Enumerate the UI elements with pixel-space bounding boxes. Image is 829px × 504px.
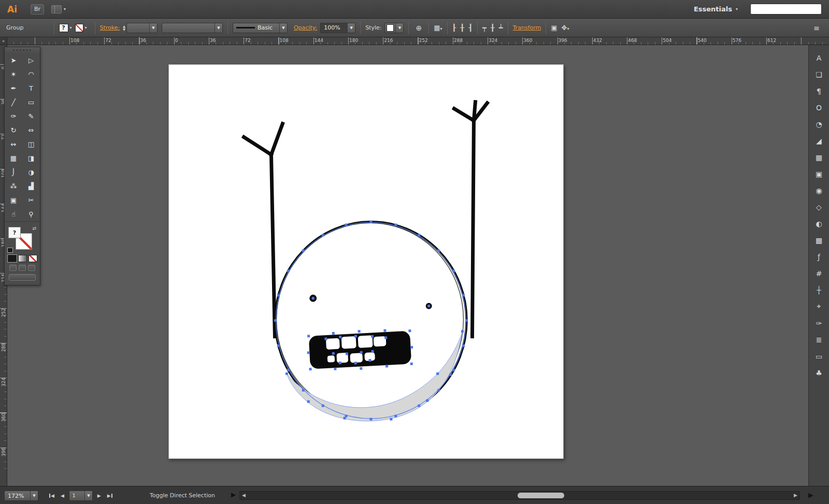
scroll-left-arrow-icon[interactable]: ◀ [242, 493, 246, 498]
panel-character-icon[interactable]: A [812, 51, 826, 64]
horizontal-ruler[interactable]: 1087236036721081441802162522883243603964… [0, 37, 829, 45]
panel-grip[interactable]: •••••• [5, 47, 40, 53]
gradient-mode-button[interactable] [18, 255, 27, 262]
hand-tool-icon[interactable]: ☝ [5, 207, 22, 221]
document-setup-globe-icon[interactable]: ⊕ [413, 24, 424, 32]
symbol-sprayer-tool-icon[interactable]: ⁂ [5, 179, 22, 193]
scale-tool-icon[interactable]: ⇔ [22, 123, 40, 137]
width-tool-icon[interactable]: ↭ [5, 137, 22, 151]
panel-stroke-icon[interactable]: O [812, 101, 826, 114]
horizontal-scrollbar[interactable]: ◀ ▶ [239, 491, 800, 500]
distribute-bottom-icon[interactable]: ┷ [499, 24, 503, 32]
last-artboard-button[interactable]: ▶ [106, 492, 114, 500]
dock-expand-arrow-icon[interactable]: ▶ [808, 491, 813, 499]
magic-wand-tool-icon[interactable]: ✶ [5, 67, 22, 81]
panel-gradient-icon[interactable]: ◢ [812, 134, 826, 147]
default-fill-stroke-icon[interactable] [7, 248, 13, 253]
draw-normal-button[interactable] [9, 265, 17, 271]
workspace-switcher[interactable]: Essentials ▾ [694, 5, 738, 13]
line-segment-tool-icon[interactable]: ╱ [5, 95, 22, 109]
stroke-weight-combo[interactable]: ▼ [126, 23, 158, 33]
artboard-number-combo[interactable]: 1 ▼ [69, 491, 93, 501]
panel-pathfinder-icon[interactable]: ┼ [812, 283, 826, 296]
draw-inside-button[interactable] [28, 265, 35, 271]
distribute-center-icon[interactable]: ╂ [491, 24, 495, 32]
ruler-origin-corner[interactable]: « [0, 37, 7, 45]
distribute-top-icon[interactable]: ┯ [482, 24, 487, 32]
zoom-tool-icon[interactable]: ⚲ [22, 207, 40, 221]
blend-tool-icon[interactable]: ◑ [22, 165, 40, 179]
panel-navigator-icon[interactable]: ⌖ [812, 300, 826, 313]
arrange-documents-button[interactable]: ▾ [51, 5, 66, 13]
pencil-tool-icon[interactable]: ✎ [22, 109, 40, 123]
brush-definition-combo[interactable]: ▼ [162, 23, 223, 33]
status-popup-arrow-icon[interactable]: ▶ [231, 491, 236, 498]
selection-tool-icon[interactable]: ➤ [5, 53, 22, 67]
panel-menu-icon[interactable]: ≣ [812, 333, 826, 346]
gradient-tool-icon[interactable]: ◨ [22, 151, 40, 165]
style-swatch-combo[interactable]: ▼ [384, 23, 404, 33]
canvas-area[interactable] [7, 45, 808, 486]
panel-paragraph-icon[interactable]: ¶ [812, 84, 826, 97]
panel-type-icon[interactable]: ƒ [812, 250, 826, 263]
panel-brushes-icon[interactable]: ✑ [812, 316, 826, 329]
search-input[interactable] [750, 4, 822, 15]
panel-kuler-icon[interactable]: ♣ [812, 366, 826, 379]
align-center-icon[interactable]: ╂ [460, 24, 464, 32]
pattern-options-icon[interactable]: ▦▾ [434, 24, 442, 32]
column-graph-tool-icon[interactable]: ▟ [22, 179, 40, 193]
tools-bottom-section: ? ⇄ [5, 221, 40, 285]
panel-align-icon[interactable]: # [812, 267, 826, 280]
control-panel-menu-icon[interactable]: ≡ [811, 24, 822, 32]
screen-mode-button[interactable] [9, 274, 36, 281]
stroke-panel-link[interactable]: Stroke: [100, 24, 120, 31]
opacity-combo[interactable]: 100% ▼ [320, 23, 355, 33]
rotate-tool-icon[interactable]: ↻ [5, 123, 22, 137]
swap-fill-stroke-icon[interactable]: ⇄ [32, 226, 36, 231]
artboard-tool-icon[interactable]: ▣ [5, 193, 22, 207]
type-tool-icon[interactable]: T [22, 81, 40, 95]
fill-indicator-swatch[interactable]: ? [59, 24, 68, 32]
opacity-panel-link[interactable]: Opacity: [294, 24, 317, 31]
mesh-tool-icon[interactable]: ▦ [5, 151, 22, 165]
fill-swatch[interactable]: ? [8, 227, 21, 238]
bounding-box-icon[interactable]: ▣ [551, 24, 557, 32]
rectangle-tool-icon[interactable]: ▭ [22, 95, 40, 109]
panel-graphic-styles-icon[interactable]: ▩ [812, 234, 826, 247]
panel-rectangle-icon[interactable]: ▭ [812, 350, 826, 363]
align-right-icon[interactable]: ┨ [468, 24, 473, 32]
slice-tool-icon[interactable]: ✂ [22, 193, 40, 207]
first-artboard-button[interactable]: ◀ [48, 492, 56, 500]
paintbrush-tool-icon[interactable]: ✑ [5, 109, 22, 123]
direct-selection-tool-icon[interactable]: ▷ [22, 53, 40, 67]
lasso-tool-icon[interactable]: ◠ [22, 67, 40, 81]
zoom-level-combo[interactable]: 172% ▼ [4, 491, 38, 501]
pen-tool-icon[interactable]: ✒ [5, 81, 22, 95]
shape-builder-tool-icon[interactable]: ◫ [22, 137, 40, 151]
panel-symbols-icon[interactable]: ◉ [812, 184, 826, 197]
scrollbar-thumb[interactable] [518, 493, 564, 498]
isolate-selection-icon[interactable]: ✥▾ [562, 24, 569, 32]
ruler-label: 504 [663, 38, 697, 43]
draw-behind-button[interactable] [19, 265, 26, 271]
artwork-canvas[interactable] [169, 65, 563, 458]
eyedropper-tool-icon[interactable]: ⌡ [5, 165, 22, 179]
panel-layers-icon[interactable]: ❏ [812, 68, 826, 81]
none-mode-button[interactable] [28, 255, 37, 262]
bridge-button[interactable]: Br [31, 4, 44, 15]
artboard[interactable] [168, 64, 564, 459]
panel-color-icon[interactable]: ◔ [812, 118, 826, 131]
panel-artboards-icon[interactable]: ▣ [812, 167, 826, 180]
align-left-icon[interactable]: ┠ [452, 24, 456, 32]
panel-transform-icon[interactable]: ◇ [812, 200, 826, 213]
stroke-weight-stepper[interactable]: ▲▼ [123, 25, 125, 31]
previous-artboard-button[interactable]: ◀ [59, 492, 66, 500]
transform-panel-link[interactable]: Transform [513, 24, 541, 31]
color-mode-button[interactable] [8, 255, 17, 262]
panel-swatches-icon[interactable]: ▦ [812, 151, 826, 164]
stroke-color-swatch[interactable] [75, 24, 83, 32]
panel-appearance-icon[interactable]: ◐ [812, 217, 826, 230]
scroll-right-arrow-icon[interactable]: ▶ [794, 493, 797, 498]
stroke-style-combo[interactable]: Basic ▼ [233, 23, 288, 33]
next-artboard-button[interactable]: ▶ [96, 492, 103, 500]
